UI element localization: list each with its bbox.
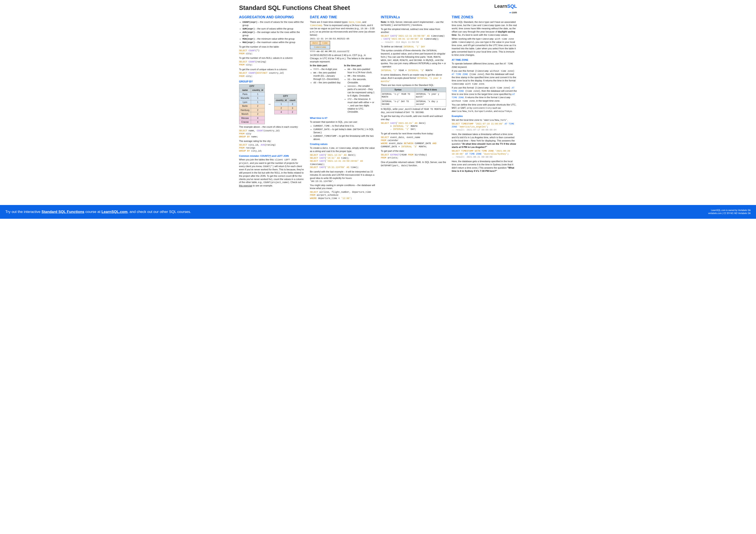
- p-tz9: Here, the database gets a timestamp spec…: [452, 160, 517, 172]
- sql-tz2: SELECT TIMESTAMP WITH TIME ZONE '2021-06…: [452, 149, 517, 159]
- sql-skip: SELECT airline, flight_number, departure…: [310, 191, 375, 200]
- p-mysql: In MySQL, write year_month instead of YE…: [381, 108, 446, 114]
- p-interval3c: There are two more syntaxes in the Stand…: [381, 84, 446, 87]
- p-create2: Be careful with the last example – it wi…: [310, 170, 375, 183]
- sql-count-col: SELECT COUNT(rating) FROM city;: [239, 60, 305, 66]
- p-count-rows: To get the number of rows in the table:: [239, 45, 305, 48]
- list-timepart: HH – the zero-padded hour in a 24-hour c…: [344, 67, 375, 114]
- table-interval-syntax: SyntaxWhat it does INTERVAL 'x-y' YEAR T…: [381, 88, 446, 107]
- p-interval-def2: This syntax consists of three elements: …: [381, 49, 446, 68]
- p-tz1: In the SQL Standard, the date type can't…: [452, 20, 517, 37]
- heading-timepart: In the time part:: [344, 64, 362, 67]
- arrow-icon: →: [268, 102, 271, 107]
- course-link[interactable]: Standard SQL Functions: [41, 210, 84, 214]
- heading-datetime: DATE AND TIME: [310, 15, 375, 20]
- p-create: To create a date, time, or timestamp, si…: [310, 146, 375, 153]
- p-tz8: Here, the database takes a timestamp wit…: [452, 133, 517, 149]
- list-datepart: YYYY – the 4-digit year. mm – the zero-p…: [310, 67, 341, 84]
- sql-count-distinct: SELECT COUNT(DISTINCT country_id) FROM c…: [239, 71, 305, 78]
- heading-create: Creating values: [310, 142, 375, 146]
- sql-lastday: SELECT CAST('2021-02-01' AS date) + INTE…: [381, 122, 446, 131]
- p-tz4: If you use this format: {timestamp witho…: [452, 69, 517, 86]
- sql-tz1: SELECT TIMESTAMP '2021-07-16 21:00:00' A…: [452, 122, 517, 132]
- p-tz6: You can define the time zone with popula…: [452, 103, 517, 113]
- sql-avg: SELECT city_id, AVG(rating) FROM ratings…: [239, 143, 305, 153]
- footer-banner: Try out the interactive Standard SQL Fun…: [0, 205, 756, 219]
- p-extract2: One of possible returned values: 1946. I…: [381, 161, 446, 167]
- p-tz3: To operate between different time zones,…: [452, 62, 517, 68]
- ts-format: YYYY-mm-dd HH:MM:SS.ssssss±TZ: [310, 50, 375, 53]
- heading-groupby: GROUP BY: [239, 80, 305, 83]
- exercise-link[interactable]: this exercise: [239, 184, 252, 187]
- ts-diagram: datetime timestamp: [310, 41, 330, 49]
- p-mistake: When you join the tables like this: clie…: [239, 158, 305, 187]
- heading-timezones: TIME ZONES: [452, 15, 517, 20]
- p-interval-note: Note: In SQL Server, intervals aren't im…: [381, 20, 446, 27]
- p-whattime: To answer that question in SQL, you can …: [310, 120, 375, 124]
- list-current: CURRENT_TIME – to find what time it is. …: [310, 124, 375, 141]
- site-link[interactable]: LearnSQL.com: [101, 210, 127, 214]
- heading-aggregation: AGGREGATION AND GROUPING: [239, 15, 305, 20]
- ts-raw: 2021-12-31 14:39:53.662522-05: [310, 37, 375, 40]
- p-extract: To get part of the date:: [381, 149, 446, 153]
- p-tz2: When working with the type timestamp wit…: [452, 37, 517, 57]
- heading-examples: Examples: [452, 114, 517, 118]
- col-datetime: DATE AND TIME There are 3 main time-rela…: [310, 15, 375, 201]
- logo: LearnSQL ● com: [494, 3, 517, 15]
- sql-interval-sub: SELECT CAST('2021-12-31 23:59:59' AS tim…: [381, 35, 446, 44]
- table-city-grouped: CITY country_idcount 13 23 42: [274, 94, 297, 114]
- p-events: To get all events for next three months …: [381, 132, 446, 135]
- sql-count-star: SELECT COUNT(*) FROM city;: [239, 49, 305, 55]
- agg-fn-list: COUNT(expr) – the count of values for th…: [239, 20, 305, 44]
- sql-cast: SELECT CAST('2021-12-31' AS date); SELEC…: [310, 154, 375, 169]
- p-count-distinct: To get the count of unique values in a c…: [239, 68, 305, 71]
- p-ts-explain: 14:39:53.662522-05 is almost 2:40 p.m. C…: [310, 54, 375, 63]
- sql-extract: SELECT EXTRACT(YEAR FROM birthday) FROM …: [381, 153, 446, 159]
- sql-interval-join: INTERVAL '1' YEAR + INTERVAL '3' MONTH: [381, 69, 446, 72]
- p-ex-local: We set the local time zone to 'America/N…: [452, 118, 517, 122]
- p-interval3: In some databases, there's an easier way…: [381, 73, 446, 83]
- p-avg: The average rating for the city:: [239, 140, 305, 143]
- col-intervals: INTERVALs Note: In SQL Server, intervals…: [381, 15, 446, 201]
- col-timezones: TIME ZONES In the SQL Standard, the date…: [452, 15, 517, 201]
- p-groupby-example: The example above – the count of cities …: [239, 125, 305, 129]
- banner-text: Try out the interactive Standard SQL Fun…: [5, 210, 191, 214]
- col-aggregation: AGGREGATION AND GROUPING COUNT(expr) – t…: [239, 15, 305, 201]
- p-interval1: To get the simplest interval, subtract o…: [381, 28, 446, 34]
- heading-mistake: Common mistake: COUNT(*) and LEFT JOIN: [239, 154, 305, 158]
- heading-datepart: In the date part:: [310, 64, 328, 67]
- banner-credits: LearnSQL.com is owned by Vertabelo SAver…: [708, 209, 751, 215]
- p-skip: You might skip casting in simple conditi…: [310, 184, 375, 190]
- heading-attimezone: AT TIME ZONE: [452, 58, 517, 62]
- p-dt-intro: There are 3 main time-related types: dat…: [310, 20, 375, 37]
- heading-whattime: What time is it?: [310, 116, 375, 120]
- p-tz5: If you use this format: {timestamp with …: [452, 86, 517, 103]
- heading-intervals: INTERVALs: [381, 15, 446, 20]
- p-interval-def: To define an interval: INTERVAL '1' DAY: [381, 45, 446, 48]
- sql-events: SELECT event_date, event_name FROM calen…: [381, 136, 446, 148]
- table-city-input: CITY namecountry_id Paris1 Marseille1 Ly…: [239, 84, 265, 124]
- page-title: Standard SQL Functions Cheat Sheet: [239, 4, 517, 12]
- p-count-nonnull: To get the number of non-NULL values in …: [239, 56, 305, 60]
- p-lastday: To get the last day of a month, add one …: [381, 114, 446, 121]
- sql-groupby: SELECT name, COUNT(country_id) FROM city…: [239, 129, 305, 139]
